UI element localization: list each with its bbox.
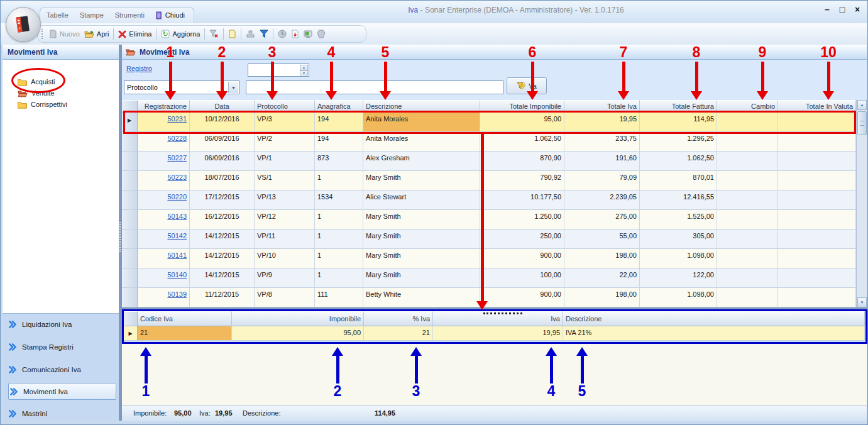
grid-cell[interactable]: 1 [315, 171, 363, 190]
grid-cell[interactable] [778, 249, 856, 268]
grid-cell[interactable]: Alice Stewart [363, 190, 480, 210]
scroll-up-icon[interactable]: ▲ [857, 100, 867, 110]
grid-cell[interactable]: 50228 [138, 132, 190, 152]
grid-cell[interactable]: 50220 [138, 190, 190, 210]
grid-cell[interactable]: 50140 [138, 268, 190, 288]
column-header[interactable]: % Iva [364, 311, 433, 326]
grid-cell[interactable]: 1.098,00 [640, 249, 717, 268]
grid-cell[interactable] [717, 171, 778, 190]
apri-button[interactable]: Apri [84, 30, 109, 38]
grid-cell[interactable]: 1.296,25 [640, 132, 717, 152]
grid-cell[interactable]: VP/1 [255, 152, 315, 171]
grid-cell[interactable]: 2.239,05 [564, 190, 640, 210]
nav-liquidazioni-iva[interactable]: Liquidazioni Iva [9, 317, 72, 331]
grid-cell[interactable]: 21 [364, 326, 433, 341]
grid-cell[interactable]: 11/12/2015 [190, 288, 255, 307]
grid-cell[interactable] [717, 132, 778, 152]
clear-filter-button[interactable] [209, 30, 219, 38]
minimize-button[interactable]: – [822, 4, 832, 14]
grid-cell[interactable]: 14/12/2015 [190, 249, 255, 268]
grid-cell[interactable] [778, 171, 856, 190]
grid-cell[interactable]: VS/1 [255, 171, 315, 190]
scroll-down-icon[interactable]: ▼ [857, 297, 867, 307]
grid-cell[interactable]: Betty White [363, 288, 480, 307]
grid-cell[interactable] [717, 288, 778, 307]
shape-button[interactable] [317, 30, 326, 38]
grid-cell[interactable]: Mary Smith [363, 210, 480, 229]
grid-cell[interactable] [717, 268, 778, 288]
grid-cell[interactable] [778, 210, 856, 229]
grid-cell[interactable]: VP/12 [255, 210, 315, 229]
grid-cell[interactable]: Anita Morales [363, 132, 480, 152]
column-header[interactable]: Imponibile [232, 311, 364, 326]
grid-cell[interactable]: 22,00 [564, 268, 640, 288]
grid-cell[interactable]: 275,00 [564, 210, 640, 229]
clock-button[interactable] [278, 30, 287, 38]
grid-cell[interactable]: 06/09/2016 [190, 132, 255, 152]
grid-cell[interactable]: 1.098,00 [640, 288, 717, 307]
grid-cell[interactable]: 95,00 [232, 326, 364, 341]
grid-cell[interactable]: 17/12/2015 [190, 190, 255, 210]
aggiorna-button[interactable]: ↻ Aggiorna [161, 30, 200, 38]
nuovo-button[interactable]: Nuovo [49, 30, 80, 38]
grid-cell[interactable]: 250,00 [480, 229, 564, 249]
grid-cell[interactable]: 305,00 [640, 229, 717, 249]
grid-cell[interactable]: VP/2 [255, 132, 315, 152]
grid-cell[interactable]: VP/13 [255, 190, 315, 210]
grid-cell[interactable]: 50143 [138, 210, 190, 229]
elimina-button[interactable]: Elimina [118, 30, 151, 38]
grid-cell[interactable]: 122,00 [640, 268, 717, 288]
grid-cell[interactable] [778, 268, 856, 288]
grid-cell[interactable]: IVA 21% [563, 326, 865, 341]
grid-cell[interactable]: 14/12/2015 [190, 268, 255, 288]
menu-chiudi[interactable]: Chiudi [156, 11, 185, 19]
nav-movimenti-iva[interactable]: Movimenti Iva [8, 383, 116, 400]
grid-cell[interactable]: 06/09/2016 [190, 152, 255, 171]
grid-cell[interactable]: 873 [315, 152, 363, 171]
monitor-button[interactable] [304, 30, 312, 38]
grid-cell[interactable]: 55,00 [564, 229, 640, 249]
grid-cell[interactable]: 198,00 [564, 288, 640, 307]
grid-cell[interactable]: 16/12/2015 [190, 210, 255, 229]
column-header[interactable]: Descrizione [563, 311, 865, 326]
search-input[interactable] [246, 80, 503, 94]
grid-cell[interactable]: 1.062,50 [640, 152, 717, 171]
grid-cell[interactable]: 14/12/2015 [190, 229, 255, 249]
grid-cell[interactable] [778, 229, 856, 249]
grid-cell[interactable]: 198,00 [564, 249, 640, 268]
grid-cell[interactable]: 50142 [138, 229, 190, 249]
grid-cell[interactable]: VP/10 [255, 249, 315, 268]
grid-cell[interactable]: 233,75 [564, 132, 640, 152]
grid-cell[interactable]: 790,92 [480, 171, 564, 190]
grid-cell[interactable]: 870,90 [480, 152, 564, 171]
close-button[interactable]: × [852, 4, 862, 14]
nav-stampa-registri[interactable]: Stampa Registri [9, 340, 74, 354]
chevron-down-icon[interactable]: ▼ [228, 82, 238, 93]
grid-cell[interactable]: 21 [138, 326, 232, 341]
grid-cell[interactable] [717, 229, 778, 249]
grid-cell[interactable]: 1 [315, 210, 363, 229]
grid-cell[interactable]: 1534 [315, 190, 363, 210]
grid-splitter-grip[interactable] [483, 312, 522, 314]
toolbar-drag-handle[interactable] [41, 29, 45, 39]
grid-cell[interactable]: Mary Smith [363, 268, 480, 288]
vertical-scrollbar[interactable]: ▲ ▼ [856, 100, 867, 307]
spinner-up-icon[interactable]: ▲ [300, 65, 308, 70]
grid-cell[interactable]: 50223 [138, 171, 190, 190]
grid-cell[interactable]: 19,95 [433, 326, 563, 341]
tree-item-corrispettivi[interactable]: Corrispettivi [18, 99, 67, 110]
nav-mastrini[interactable]: Mastrini [9, 407, 47, 421]
grid-cell[interactable] [778, 152, 856, 171]
grid-cell[interactable]: 900,00 [480, 288, 564, 307]
grid-cell[interactable]: 111 [315, 288, 363, 307]
grid-cell[interactable]: 1.525,00 [640, 210, 717, 229]
nav-comunicazioni-iva[interactable]: Comunicazioni Iva [9, 363, 81, 377]
grid-cell[interactable]: VP/8 [255, 288, 315, 307]
grid-cell[interactable]: 870,01 [640, 171, 717, 190]
grid-cell[interactable] [717, 249, 778, 268]
grid-cell[interactable] [717, 190, 778, 210]
filter-button[interactable] [260, 30, 268, 38]
grid-cell[interactable]: 50141 [138, 249, 190, 268]
app-logo[interactable] [6, 7, 41, 42]
grid-cell[interactable]: VP/9 [255, 268, 315, 288]
